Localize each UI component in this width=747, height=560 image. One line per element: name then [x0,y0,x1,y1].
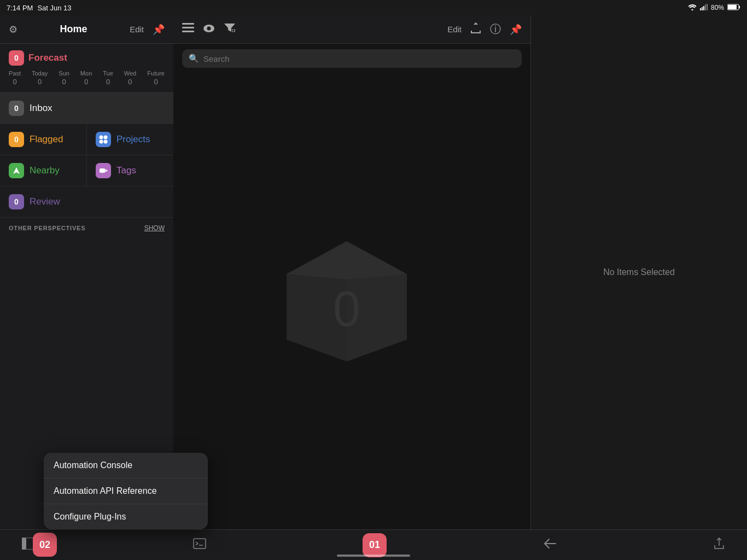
svg-rect-5 [707,4,708,10]
info-icon[interactable]: ⓘ [490,22,501,37]
sidebar-item-nearby[interactable]: Nearby [0,155,86,186]
svg-point-11 [100,140,103,144]
projects-badge [96,132,111,147]
nearby-badge [9,163,24,178]
main-area: Edit ⓘ 📌 🔍 [173,15,530,529]
popup-menu: Automation Console Automation API Refere… [44,453,208,529]
sidebar-header: ⚙ Home Edit 📌 [0,15,173,44]
forecast-days: Past 0 Today 0 Sun 0 Mon 0 Tue 0 Wed 0 [9,70,165,86]
review-badge: 0 [9,194,24,209]
svg-point-19 [207,27,211,31]
wifi-icon [688,4,697,12]
sidebar-header-icons: Edit 📌 [130,24,165,36]
svg-rect-3 [703,6,704,10]
gear-icon[interactable]: ⚙ [9,24,17,36]
main-toolbar-right: Edit ⓘ 📌 [447,22,522,37]
forecast-day-mon: Mon 0 [80,70,92,86]
svg-rect-4 [705,4,706,10]
svg-rect-15 [182,23,194,25]
flagged-badge: 0 [9,132,24,147]
svg-point-12 [104,140,108,144]
forecast-day-today: Today 0 [32,70,48,86]
search-input[interactable] [203,54,515,63]
review-label: Review [30,196,60,207]
sidebar-toggle-icon[interactable] [182,23,194,36]
forecast-section[interactable]: 0 Forecast Past 0 Today 0 Sun 0 Mon 0 Tu… [0,44,173,93]
forecast-day-past: Past 0 [9,70,21,86]
forecast-badge: 0 [9,50,24,66]
main-badge-button[interactable]: 01 [363,533,387,557]
terminal-icon[interactable] [193,538,206,552]
search-bar-container: 🔍 [173,44,530,73]
other-perspectives: OTHER PERSPECTIVES SHOW [0,218,173,238]
forecast-day-tue: Tue 0 [103,70,113,86]
svg-point-10 [104,136,108,139]
nearby-label: Nearby [30,165,60,176]
sidebar-item-review[interactable]: 0 Review [0,186,173,218]
automation-badge[interactable]: 02 [33,533,57,557]
sidebar-item-projects[interactable]: Projects [86,124,173,155]
popup-item-configure-plugins[interactable]: Configure Plug-Ins [44,504,208,529]
sidebar-item-flagged[interactable]: 0 Flagged [0,124,86,155]
search-icon: 🔍 [189,54,199,63]
svg-rect-1 [700,8,701,10]
search-bar: 🔍 [182,49,522,68]
battery-icon [727,4,740,12]
tags-label: Tags [116,165,136,176]
inbox-badge: 0 [9,101,24,116]
edit-button[interactable]: Edit [447,25,462,34]
svg-rect-26 [194,539,206,549]
flagged-projects-row: 0 Flagged Projects [0,124,173,155]
svg-text:0: 0 [332,282,360,336]
right-panel: No Items Selected [530,15,747,529]
projects-label: Projects [116,134,150,145]
pin-icon[interactable]: 📌 [510,24,522,36]
svg-rect-7 [739,5,740,8]
pin-icon[interactable]: 📌 [153,24,165,36]
sidebar-title: Home [60,24,87,35]
status-right: 80% [688,4,740,12]
forecast-title-row: 0 Forecast [9,50,165,66]
forecast-day-sun: Sun 0 [59,70,69,86]
edit-button[interactable]: Edit [130,25,144,34]
svg-point-9 [100,136,103,139]
share-icon[interactable] [713,538,725,553]
signal-icon [700,4,708,12]
tags-badge [96,163,111,178]
no-items-text: No Items Selected [603,267,675,277]
empty-state: 0 [173,73,530,529]
sidebar: ⚙ Home Edit 📌 0 Forecast Past 0 Today 0 … [0,15,173,529]
svg-point-0 [691,9,693,10]
svg-rect-14 [100,168,105,173]
sidebar-item-tags[interactable]: Tags [86,155,173,186]
popup-item-automation-console[interactable]: Automation Console [44,453,208,479]
flagged-label: Flagged [30,134,63,145]
eye-icon[interactable] [203,23,215,36]
inbox-label: Inbox [30,103,52,114]
other-perspectives-label: OTHER PERSPECTIVES [9,225,85,231]
back-icon[interactable] [544,538,557,552]
battery-percent: 80% [711,4,724,11]
svg-rect-8 [728,5,737,9]
main-toolbar: Edit ⓘ 📌 [173,15,530,44]
show-button[interactable]: SHOW [144,224,165,232]
forecast-day-future: Future 0 [147,70,165,86]
svg-rect-17 [182,31,194,32]
forecast-day-wed: Wed 0 [124,70,136,86]
filter-icon[interactable] [224,22,236,36]
nearby-tags-row: Nearby Tags [0,155,173,186]
forecast-label: Forecast [28,52,67,63]
status-bar: 7:14 PM Sat Jun 13 80% [0,0,747,15]
status-date: Sat Jun 13 [37,4,71,12]
home-indicator [337,555,410,557]
sidebar-item-inbox[interactable]: 0 Inbox [0,93,173,124]
main-toolbar-left [182,22,236,36]
svg-rect-2 [702,7,703,10]
inbox-empty-icon: 0 [248,230,456,372]
upload-icon[interactable] [470,22,481,37]
svg-rect-16 [182,27,194,28]
popup-item-api-reference[interactable]: Automation API Reference [44,479,208,504]
status-time: 7:14 PM [7,4,33,12]
svg-marker-13 [13,167,20,174]
status-left: 7:14 PM Sat Jun 13 [7,4,72,12]
